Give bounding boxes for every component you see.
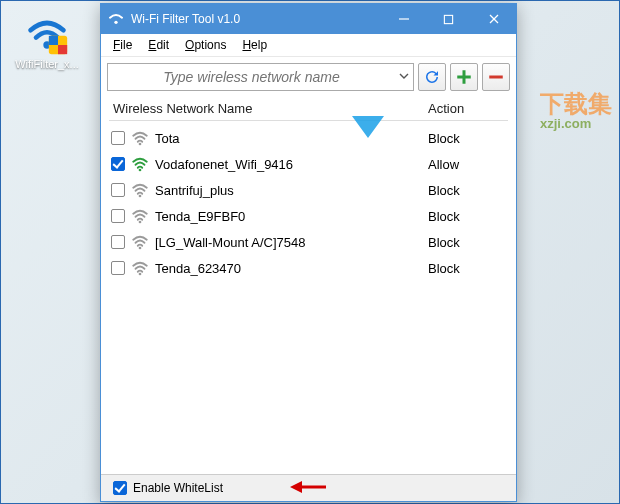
svg-point-14 bbox=[139, 195, 142, 198]
network-name: Tenda_623470 bbox=[155, 261, 428, 276]
network-name: Tenda_E9FBF0 bbox=[155, 209, 428, 224]
row-checkbox[interactable] bbox=[111, 235, 125, 249]
network-list: Wireless Network Name Action Tota Block … bbox=[101, 97, 516, 281]
svg-point-17 bbox=[139, 273, 142, 276]
row-checkbox[interactable] bbox=[111, 261, 125, 275]
wifi-signal-icon bbox=[131, 259, 149, 277]
add-button[interactable] bbox=[450, 63, 478, 91]
network-name: Tota bbox=[155, 131, 428, 146]
wifi-signal-icon bbox=[131, 181, 149, 199]
remove-button[interactable] bbox=[482, 63, 510, 91]
enable-whitelist-checkbox[interactable] bbox=[113, 481, 127, 495]
svg-rect-10 bbox=[457, 76, 471, 79]
network-action: Block bbox=[428, 235, 508, 250]
network-name: Vodafonenet_Wifi_9416 bbox=[155, 157, 428, 172]
wifi-signal-icon bbox=[131, 129, 149, 147]
header-name: Wireless Network Name bbox=[109, 101, 428, 116]
search-input[interactable] bbox=[108, 69, 395, 85]
window-icon bbox=[107, 10, 125, 28]
maximize-button[interactable] bbox=[426, 4, 471, 34]
svg-point-16 bbox=[139, 247, 142, 250]
wifi-signal-icon bbox=[131, 155, 149, 173]
row-checkbox[interactable] bbox=[111, 209, 125, 223]
row-checkbox[interactable] bbox=[111, 183, 125, 197]
table-row[interactable]: Santrifuj_plus Block bbox=[109, 177, 508, 203]
app-icon bbox=[25, 12, 69, 56]
menubar: File Edit Options Help bbox=[101, 34, 516, 57]
minimize-button[interactable] bbox=[381, 4, 426, 34]
footer: Enable WhiteList bbox=[101, 474, 516, 501]
network-name: [LG_Wall-Mount A/C]7548 bbox=[155, 235, 428, 250]
app-window: Wi-Fi Filter Tool v1.0 File Edit Options… bbox=[100, 3, 517, 502]
chevron-down-icon[interactable] bbox=[395, 70, 413, 84]
svg-rect-3 bbox=[58, 45, 67, 54]
desktop-shortcut[interactable]: WifiFilter_x... bbox=[12, 12, 82, 70]
network-action: Allow bbox=[428, 157, 508, 172]
network-action: Block bbox=[428, 131, 508, 146]
network-search-combo[interactable] bbox=[107, 63, 414, 91]
menu-file[interactable]: File bbox=[105, 36, 140, 54]
menu-help[interactable]: Help bbox=[234, 36, 275, 54]
network-action: Block bbox=[428, 183, 508, 198]
menu-options[interactable]: Options bbox=[177, 36, 234, 54]
svg-point-13 bbox=[139, 169, 142, 172]
network-action: Block bbox=[428, 261, 508, 276]
enable-whitelist-label[interactable]: Enable WhiteList bbox=[133, 481, 223, 495]
wifi-signal-icon bbox=[131, 233, 149, 251]
refresh-button[interactable] bbox=[418, 63, 446, 91]
toolbar bbox=[101, 57, 516, 97]
table-row[interactable]: [LG_Wall-Mount A/C]7548 Block bbox=[109, 229, 508, 255]
svg-point-15 bbox=[139, 221, 142, 224]
desktop-shortcut-label: WifiFilter_x... bbox=[12, 58, 82, 70]
table-row[interactable]: Vodafonenet_Wifi_9416 Allow bbox=[109, 151, 508, 177]
network-name: Santrifuj_plus bbox=[155, 183, 428, 198]
titlebar[interactable]: Wi-Fi Filter Tool v1.0 bbox=[101, 4, 516, 34]
row-checkbox[interactable] bbox=[111, 131, 125, 145]
row-checkbox[interactable] bbox=[111, 157, 125, 171]
wifi-signal-icon bbox=[131, 207, 149, 225]
svg-rect-2 bbox=[49, 36, 58, 45]
header-action: Action bbox=[428, 101, 508, 116]
svg-rect-6 bbox=[444, 15, 452, 23]
watermark: 下载集 xzji.com bbox=[540, 88, 612, 131]
network-action: Block bbox=[428, 209, 508, 224]
menu-edit[interactable]: Edit bbox=[140, 36, 177, 54]
svg-point-12 bbox=[139, 143, 142, 146]
divider bbox=[109, 120, 508, 121]
table-row[interactable]: Tota Block bbox=[109, 125, 508, 151]
svg-point-4 bbox=[114, 21, 117, 24]
close-button[interactable] bbox=[471, 4, 516, 34]
table-row[interactable]: Tenda_E9FBF0 Block bbox=[109, 203, 508, 229]
svg-rect-11 bbox=[489, 76, 503, 79]
window-title: Wi-Fi Filter Tool v1.0 bbox=[131, 12, 381, 26]
list-header: Wireless Network Name Action bbox=[109, 97, 508, 118]
table-row[interactable]: Tenda_623470 Block bbox=[109, 255, 508, 281]
